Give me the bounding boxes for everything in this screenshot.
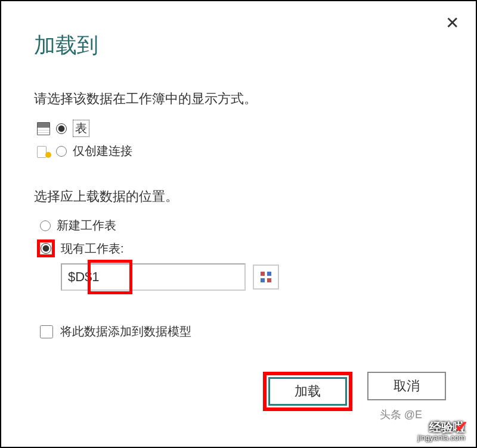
close-icon[interactable]: ✕: [445, 13, 459, 33]
radio-connection-only[interactable]: [56, 146, 67, 157]
watermark-title: 经验啦: [418, 421, 466, 434]
radio-existing-worksheet-label: 现有工作表:: [61, 241, 124, 257]
table-icon: [37, 122, 50, 135]
location-subtitle: 选择应上载数据的位置。: [34, 188, 443, 206]
option-connection-row: 仅创建连接: [37, 143, 443, 159]
radio-new-worksheet-label: 新建工作表: [57, 217, 116, 234]
highlight-existing-radio: [37, 239, 55, 257]
radio-table-label: 表: [73, 120, 89, 137]
load-button[interactable]: 加载: [268, 377, 347, 406]
data-model-row: 将此数据添加到数据模型: [40, 323, 443, 340]
option-existing-sheet-row: 现有工作表:: [37, 239, 443, 257]
faded-source-text: 头条 @E: [380, 407, 422, 422]
checkbox-add-to-data-model[interactable]: [40, 325, 53, 338]
checkbox-data-model-label: 将此数据添加到数据模型: [60, 323, 191, 340]
radio-table[interactable]: [56, 123, 67, 134]
dialog-title: 加载到: [34, 31, 443, 60]
button-row: 加载 取消: [263, 372, 446, 411]
range-picker-button[interactable]: [253, 265, 279, 290]
checkmark-icon: ✔: [455, 418, 468, 435]
radio-existing-worksheet[interactable]: [41, 243, 51, 254]
radio-connection-label: 仅创建连接: [73, 143, 132, 159]
cell-ref-row: [61, 263, 443, 291]
connection-icon: [37, 145, 50, 158]
option-new-sheet-row: 新建工作表: [40, 217, 443, 234]
range-picker-icon: [261, 272, 271, 282]
radio-new-worksheet[interactable]: [40, 220, 51, 231]
watermark-url: jingyanla.com: [418, 434, 466, 442]
cell-reference-input[interactable]: [61, 263, 246, 291]
option-table-row: 表: [37, 120, 443, 137]
cancel-button[interactable]: 取消: [367, 372, 446, 400]
display-mode-subtitle: 请选择该数据在工作簿中的显示方式。: [34, 90, 443, 108]
watermark: ✔ 经验啦 jingyanla.com: [418, 421, 466, 442]
highlight-load-button: 加载: [263, 372, 352, 411]
load-to-dialog: ✕ 加载到 请选择该数据在工作簿中的显示方式。 表 仅创建连接 选择应上载数据的…: [1, 1, 476, 447]
